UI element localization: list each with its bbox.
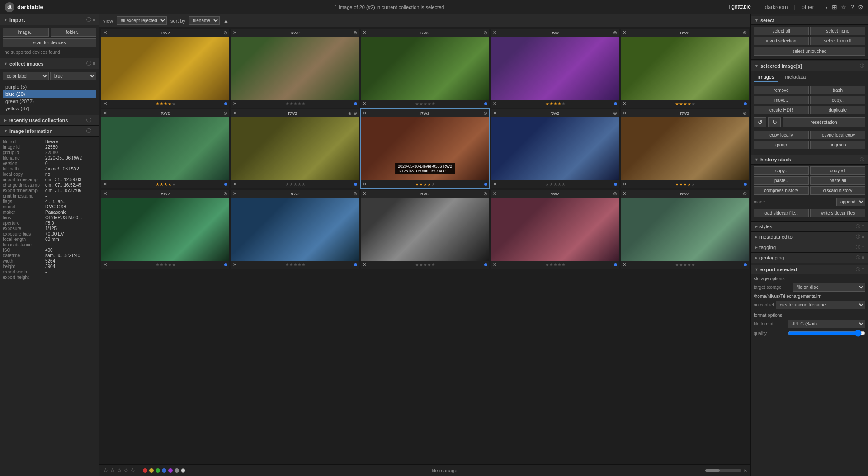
reject-icon[interactable]: ✕: [363, 101, 367, 107]
select-all-button[interactable]: select all: [754, 27, 809, 35]
image-cell-6[interactable]: ✕RW2⊗✕★★★★★: [101, 109, 229, 188]
filter-purple-dot[interactable]: [168, 468, 173, 473]
group-button[interactable]: group: [754, 141, 809, 149]
star-3-btn[interactable]: ☆: [123, 467, 129, 474]
reject-icon[interactable]: ✕: [363, 181, 367, 187]
mode-select[interactable]: append: [836, 198, 865, 206]
tab-images[interactable]: images: [754, 73, 778, 82]
color-item-purple[interactable]: purple (5): [3, 83, 96, 90]
nav-other[interactable]: other: [799, 3, 816, 11]
reject-icon[interactable]: ✕: [233, 262, 237, 268]
img-reject-button[interactable]: ✕: [493, 110, 497, 116]
reject-icon[interactable]: ✕: [623, 262, 627, 268]
star-rating[interactable]: ★★★★★: [285, 101, 306, 106]
undo-button[interactable]: ↺: [754, 117, 766, 127]
styles-header[interactable]: ▶ styles ⓘ ≡: [751, 222, 868, 231]
image-cell-2[interactable]: ✕RW2⊗✕★★★★★: [231, 29, 359, 108]
star-4-btn[interactable]: ☆: [130, 467, 136, 474]
image-cell-8[interactable]: ✕RW2⊗2020-05-30-Bièvre-0306 RW21/125 f/8…: [361, 109, 489, 188]
filter-gray-dot[interactable]: [175, 468, 179, 473]
file-format-select[interactable]: JPEG (8-bit): [788, 320, 865, 328]
star-rating[interactable]: ★★★★★: [545, 101, 566, 106]
trash-button[interactable]: trash: [810, 86, 865, 94]
img-reject-button[interactable]: ✕: [363, 191, 367, 197]
reset-rotation-button[interactable]: reset rotation: [783, 117, 865, 127]
compress-history-button[interactable]: compress history: [754, 186, 809, 195]
reject-icon[interactable]: ✕: [103, 262, 107, 268]
reject-icon[interactable]: ✕: [103, 101, 107, 107]
target-storage-select[interactable]: file on disk: [793, 283, 865, 292]
color-label-select[interactable]: color label: [3, 72, 49, 80]
tab-metadata[interactable]: metadata: [780, 73, 810, 82]
image-cell-14[interactable]: ✕RW2⊗✕★★★★★: [491, 190, 619, 269]
settings-icon[interactable]: ⚙: [858, 4, 863, 11]
star-icon[interactable]: ☆: [841, 4, 847, 11]
copy-all-button[interactable]: copy all: [810, 166, 865, 175]
img-reject-button[interactable]: ✕: [363, 30, 367, 36]
img-discard-icon[interactable]: ⊗: [743, 191, 747, 197]
select-none-button[interactable]: select none: [810, 27, 865, 35]
recently-section-header[interactable]: ▶ recently used collections ⓘ ≡: [0, 115, 99, 126]
img-reject-button[interactable]: ✕: [103, 30, 107, 36]
color-item-blue[interactable]: blue (20): [3, 90, 96, 98]
img-discard-icon[interactable]: ⊗: [613, 30, 617, 36]
star-rating[interactable]: ★★★★★: [545, 182, 566, 187]
color-item-yellow[interactable]: yellow (87): [3, 105, 96, 112]
img-reject-button[interactable]: ✕: [103, 191, 107, 197]
ungroup-button[interactable]: ungroup: [810, 141, 865, 149]
star-rating[interactable]: ★★★★★: [415, 101, 435, 106]
img-reject-button[interactable]: ✕: [363, 110, 367, 116]
resync-button[interactable]: resync local copy: [810, 131, 865, 139]
star-2-btn[interactable]: ☆: [117, 467, 122, 474]
chevron-right-icon[interactable]: ›: [826, 4, 828, 11]
filter-red-dot[interactable]: [143, 468, 147, 473]
img-discard-icon[interactable]: ⊗: [613, 191, 617, 197]
folder-import-button[interactable]: folder...: [51, 28, 97, 37]
invert-selection-button[interactable]: invert selection: [754, 37, 809, 45]
nav-darkroom[interactable]: darkroom: [762, 3, 791, 11]
img-reject-button[interactable]: ✕: [623, 110, 627, 116]
img-reject-button[interactable]: ✕: [233, 110, 237, 116]
star-rating[interactable]: ★★★★★: [156, 101, 176, 106]
star-rating[interactable]: ★★★★★: [285, 262, 306, 267]
write-sidecar-button[interactable]: write sidecar files: [810, 209, 865, 217]
load-sidecar-button[interactable]: load sidecar file...: [754, 209, 809, 217]
img-reject-button[interactable]: ✕: [493, 191, 497, 197]
conflict-select[interactable]: create unique filename: [776, 301, 865, 309]
star-rating[interactable]: ★★★★★: [285, 182, 306, 187]
star-rating[interactable]: ★★★★★: [415, 182, 435, 187]
sort-asc-icon[interactable]: ▲: [223, 18, 229, 24]
quality-slider[interactable]: [788, 330, 865, 337]
duplicate-button[interactable]: duplicate: [810, 106, 865, 114]
img-discard-icon[interactable]: ⊗: [743, 30, 747, 36]
img-discard-icon[interactable]: ⊗: [353, 30, 357, 36]
star-rating[interactable]: ★★★★★: [675, 101, 695, 106]
star-rating[interactable]: ★★★★★: [675, 262, 695, 267]
import-section-header[interactable]: ▼ import ⓘ ≡: [0, 14, 99, 25]
copy-locally-button[interactable]: copy locally: [754, 131, 809, 139]
image-cell-11[interactable]: ✕RW2⊗✕★★★★★: [101, 190, 229, 269]
tagging-header[interactable]: ▶ tagging ⓘ ≡: [751, 242, 868, 252]
img-reject-button[interactable]: ✕: [103, 110, 107, 116]
img-discard-icon[interactable]: ⊗: [483, 110, 487, 116]
filter-select[interactable]: all except rejected: [117, 16, 167, 25]
img-discard-icon[interactable]: ⊗: [483, 30, 487, 36]
img-discard-icon[interactable]: ⊗: [353, 110, 357, 116]
filter-white-dot[interactable]: [181, 468, 185, 473]
copy-hist-button[interactable]: copy..: [754, 166, 809, 175]
filter-yellow-dot[interactable]: [149, 468, 154, 473]
img-discard-icon[interactable]: ⊗: [743, 110, 747, 116]
color-item-green[interactable]: green (2072): [3, 98, 96, 105]
img-discard-icon[interactable]: ⊗: [223, 110, 227, 116]
img-discard-icon[interactable]: ⊗: [223, 191, 227, 197]
paste-all-button[interactable]: paste all: [810, 176, 865, 185]
image-cell-4[interactable]: ✕RW2⊗✕★★★★★: [491, 29, 619, 108]
img-discard-icon[interactable]: ⊗: [353, 191, 357, 197]
discard-history-button[interactable]: discard history: [810, 186, 865, 195]
image-cell-1[interactable]: ✕RW2⊗✕★★★★★: [101, 29, 229, 108]
color-value-select[interactable]: blue: [50, 72, 96, 80]
star-rating[interactable]: ★★★★★: [545, 262, 566, 267]
star-rating[interactable]: ★★★★★: [156, 262, 176, 267]
reject-icon[interactable]: ✕: [233, 181, 237, 187]
reject-icon[interactable]: ✕: [233, 101, 237, 107]
